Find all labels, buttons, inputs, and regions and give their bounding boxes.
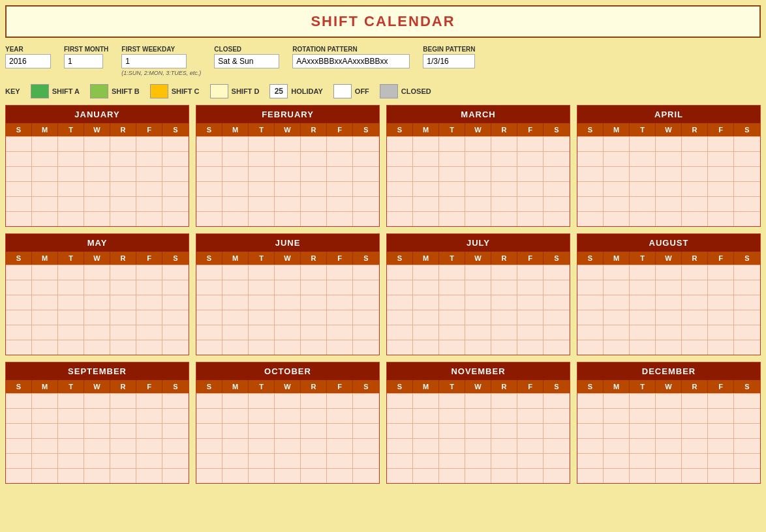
calendar-cell[interactable] xyxy=(465,325,491,340)
calendar-cell[interactable] xyxy=(301,469,327,483)
calendar-cell[interactable] xyxy=(136,424,162,438)
calendar-cell[interactable] xyxy=(708,137,734,151)
calendar-cell[interactable] xyxy=(491,167,517,181)
calendar-cell[interactable] xyxy=(222,295,249,310)
calendar-cell[interactable] xyxy=(249,439,275,453)
calendar-cell[interactable] xyxy=(58,310,84,325)
calendar-cell[interactable] xyxy=(465,167,491,181)
calendar-cell[interactable] xyxy=(327,439,353,453)
calendar-cell[interactable] xyxy=(491,469,517,483)
calendar-cell[interactable] xyxy=(734,265,760,280)
calendar-cell[interactable] xyxy=(577,182,604,196)
calendar-cell[interactable] xyxy=(196,182,222,196)
calendar-cell[interactable] xyxy=(387,197,413,211)
calendar-cell[interactable] xyxy=(465,439,491,453)
calendar-cell[interactable] xyxy=(353,325,379,340)
rotation-input[interactable] xyxy=(292,54,410,68)
calendar-cell[interactable] xyxy=(162,265,189,280)
calendar-cell[interactable] xyxy=(465,454,491,468)
calendar-cell[interactable] xyxy=(656,152,682,166)
calendar-cell[interactable] xyxy=(196,469,222,483)
calendar-cell[interactable] xyxy=(353,167,379,181)
calendar-cell[interactable] xyxy=(32,212,58,226)
calendar-cell[interactable] xyxy=(301,137,327,151)
calendar-cell[interactable] xyxy=(301,152,327,166)
calendar-cell[interactable] xyxy=(577,340,604,355)
calendar-cell[interactable] xyxy=(6,454,32,468)
calendar-cell[interactable] xyxy=(327,152,353,166)
calendar-cell[interactable] xyxy=(544,469,570,483)
calendar-cell[interactable] xyxy=(301,325,327,340)
calendar-cell[interactable] xyxy=(162,280,189,295)
calendar-cell[interactable] xyxy=(517,424,544,438)
calendar-cell[interactable] xyxy=(517,310,544,325)
calendar-cell[interactable] xyxy=(249,295,275,310)
calendar-cell[interactable] xyxy=(327,469,353,483)
calendar-cell[interactable] xyxy=(439,167,465,181)
calendar-cell[interactable] xyxy=(32,137,58,151)
calendar-cell[interactable] xyxy=(327,167,353,181)
calendar-cell[interactable] xyxy=(517,182,544,196)
calendar-cell[interactable] xyxy=(6,325,32,340)
calendar-cell[interactable] xyxy=(604,310,630,325)
calendar-cell[interactable] xyxy=(6,340,32,355)
calendar-cell[interactable] xyxy=(58,137,84,151)
calendar-cell[interactable] xyxy=(353,340,379,355)
calendar-cell[interactable] xyxy=(439,197,465,211)
calendar-cell[interactable] xyxy=(84,182,110,196)
calendar-cell[interactable] xyxy=(6,152,32,166)
calendar-cell[interactable] xyxy=(196,152,222,166)
calendar-cell[interactable] xyxy=(577,167,604,181)
calendar-cell[interactable] xyxy=(196,409,222,423)
calendar-cell[interactable] xyxy=(682,265,708,280)
calendar-cell[interactable] xyxy=(162,340,189,355)
calendar-cell[interactable] xyxy=(656,454,682,468)
calendar-cell[interactable] xyxy=(413,182,439,196)
calendar-cell[interactable] xyxy=(465,310,491,325)
calendar-cell[interactable] xyxy=(682,212,708,226)
calendar-cell[interactable] xyxy=(439,469,465,483)
calendar-cell[interactable] xyxy=(465,197,491,211)
calendar-cell[interactable] xyxy=(301,439,327,453)
calendar-cell[interactable] xyxy=(353,469,379,483)
calendar-cell[interactable] xyxy=(222,182,249,196)
calendar-cell[interactable] xyxy=(604,137,630,151)
calendar-cell[interactable] xyxy=(465,280,491,295)
calendar-cell[interactable] xyxy=(439,295,465,310)
calendar-cell[interactable] xyxy=(387,325,413,340)
calendar-cell[interactable] xyxy=(84,439,110,453)
calendar-cell[interactable] xyxy=(413,137,439,151)
calendar-cell[interactable] xyxy=(6,265,32,280)
calendar-cell[interactable] xyxy=(301,424,327,438)
calendar-cell[interactable] xyxy=(6,295,32,310)
calendar-cell[interactable] xyxy=(301,295,327,310)
calendar-cell[interactable] xyxy=(136,394,162,408)
calendar-cell[interactable] xyxy=(162,295,189,310)
calendar-cell[interactable] xyxy=(734,280,760,295)
calendar-cell[interactable] xyxy=(84,394,110,408)
calendar-cell[interactable] xyxy=(439,212,465,226)
calendar-cell[interactable] xyxy=(110,280,136,295)
calendar-cell[interactable] xyxy=(734,340,760,355)
calendar-cell[interactable] xyxy=(682,137,708,151)
calendar-cell[interactable] xyxy=(353,424,379,438)
calendar-cell[interactable] xyxy=(604,212,630,226)
calendar-cell[interactable] xyxy=(577,325,604,340)
calendar-cell[interactable] xyxy=(301,265,327,280)
calendar-cell[interactable] xyxy=(110,340,136,355)
calendar-cell[interactable] xyxy=(439,280,465,295)
calendar-cell[interactable] xyxy=(58,280,84,295)
calendar-cell[interactable] xyxy=(577,137,604,151)
calendar-cell[interactable] xyxy=(439,152,465,166)
calendar-cell[interactable] xyxy=(84,409,110,423)
calendar-cell[interactable] xyxy=(84,454,110,468)
calendar-cell[interactable] xyxy=(6,469,32,483)
calendar-cell[interactable] xyxy=(517,167,544,181)
calendar-cell[interactable] xyxy=(6,439,32,453)
calendar-cell[interactable] xyxy=(275,325,301,340)
calendar-cell[interactable] xyxy=(249,424,275,438)
calendar-cell[interactable] xyxy=(413,152,439,166)
calendar-cell[interactable] xyxy=(387,394,413,408)
calendar-cell[interactable] xyxy=(413,325,439,340)
calendar-cell[interactable] xyxy=(708,469,734,483)
